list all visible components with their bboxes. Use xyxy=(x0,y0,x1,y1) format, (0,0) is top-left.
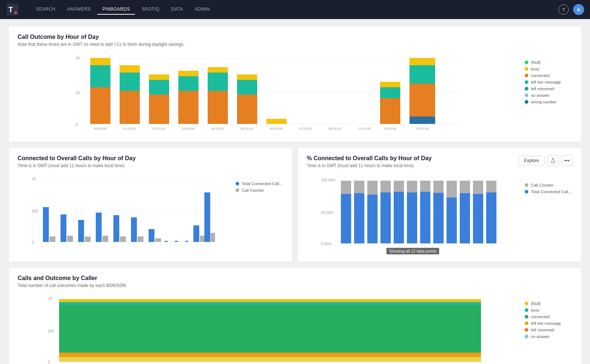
c3-blue-4 xyxy=(394,192,404,243)
c2-bar-blue-11 xyxy=(204,192,210,242)
c4-legend-busy-dot xyxy=(525,308,528,312)
nav-spotiq[interactable]: SPOTIQ xyxy=(136,4,164,15)
c2-bar-blue-5 xyxy=(131,217,137,242)
chart2-area: 1K 500 0 xyxy=(18,174,283,249)
c4-legend-noanswer-dot xyxy=(525,335,528,338)
help-button[interactable]: ? xyxy=(558,4,569,15)
nav-pinboards[interactable]: PINBOARDS xyxy=(97,4,135,15)
c3-gray-7 xyxy=(433,181,444,193)
chart4-subtitle: Total number of call outcomes made by ea… xyxy=(18,283,572,288)
share-button[interactable] xyxy=(547,155,558,166)
bar-leftlive-10 xyxy=(380,87,400,98)
chart3-area: 100.00% 50.00% 0.00% xyxy=(307,176,572,254)
c4-legend-connected-label: connected xyxy=(531,315,550,319)
c2-bar-blue-4 xyxy=(113,215,119,242)
c4-legend-null: {Null} xyxy=(525,301,572,306)
legend-leftlive-dot xyxy=(525,80,528,84)
chart3-y-mid: 50.00% xyxy=(321,211,334,215)
c3-blue-9 xyxy=(460,193,470,243)
chart1-xlabel-3: 03:00:00 xyxy=(182,127,194,130)
more-options-button[interactable]: ••• xyxy=(561,155,572,166)
legend-busy: busy xyxy=(525,67,572,71)
chart1-xlabel-2: 02:00:00 xyxy=(152,127,165,130)
c3-blue-5 xyxy=(407,192,417,243)
c4-legend-leftlive-label: left live message xyxy=(531,321,561,326)
nav-search[interactable]: SEARCH xyxy=(31,4,61,15)
legend-wrongnumber-dot xyxy=(525,100,528,104)
bar-busy-6 xyxy=(266,119,287,124)
chart2-y-min: 0 xyxy=(32,240,34,244)
nav-admin[interactable]: ADMIN xyxy=(190,4,215,15)
c3-gray-9 xyxy=(460,181,470,193)
bar-leftlive-5 xyxy=(237,80,257,95)
c3-blue-1 xyxy=(354,193,364,243)
chart2-card: Connected to Overall Calls by Hour of Da… xyxy=(9,148,292,262)
c4-legend-busy: busy xyxy=(525,308,572,312)
bar-connected-0 xyxy=(90,87,110,124)
c4-legend-busy-label: busy xyxy=(531,308,539,312)
chart1-xlabel-1: 01:00:00 xyxy=(123,127,136,130)
chart3-svg: 100.00% 50.00% 0.00% xyxy=(307,176,519,249)
chart2-y-mid: 500 xyxy=(32,209,38,213)
legend-busy-label: busy xyxy=(531,67,539,71)
nav-data[interactable]: DATA xyxy=(166,4,188,15)
bar-connected-2 xyxy=(149,95,169,124)
c4-legend-leftlive-dot xyxy=(525,321,528,325)
chart1-svg: 2K 1K 0 00:00:00 xyxy=(18,53,519,133)
bar-busy-11 xyxy=(409,58,435,65)
c4-legend-leftvoicemail-dot xyxy=(525,328,528,332)
c2-legend-blue-dot xyxy=(236,182,239,185)
chart-row-2-3: Connected to Overall Calls by Hour of Da… xyxy=(9,148,581,262)
c3-gray-4 xyxy=(394,181,404,192)
svg-text:T: T xyxy=(8,5,13,14)
c3-blue-11 xyxy=(486,192,496,243)
chart1-xlabel-10: 22:00:00 xyxy=(383,127,396,130)
c2-bar-blue-6 xyxy=(149,229,154,242)
legend-wrongnumber-label: wrong number xyxy=(531,100,557,104)
c3-blue-0 xyxy=(341,194,351,243)
explore-button[interactable]: Explore xyxy=(518,156,545,165)
legend-null: {Null} xyxy=(525,60,572,65)
chart4-y-mid: 500 xyxy=(48,329,54,333)
chart4-title: Calls and Outcome by Caller xyxy=(18,275,572,282)
legend-noanswer-label: no answer xyxy=(531,93,550,98)
c3-gray-3 xyxy=(380,181,391,192)
c4-null-bar xyxy=(59,299,481,302)
more-icon: ••• xyxy=(564,158,570,163)
bar-connected-5 xyxy=(237,95,257,124)
c3-legend-gray: Call Counter xyxy=(525,183,572,187)
chart1-xlabel-11: 23:00:00 xyxy=(416,127,429,130)
chart1-area: 2K 1K 0 00:00:00 xyxy=(18,53,572,135)
chart2-svg-wrap: 1K 500 0 xyxy=(18,174,230,249)
legend-noanswer: no answer xyxy=(525,93,572,98)
c4-legend-leftlive: left live message xyxy=(525,321,572,326)
chart3-subtitle: Time is in GMT (must add 11 hours to mak… xyxy=(307,163,432,168)
chart3-titles: % Connected to Overall Calls by Hour of … xyxy=(307,155,432,174)
nav-answers[interactable]: ANSWERS xyxy=(62,4,96,15)
bar-connected-1 xyxy=(120,91,140,124)
nav-right: ? A xyxy=(558,4,584,15)
bar-busy-2 xyxy=(149,74,169,80)
legend-null-dot xyxy=(525,60,528,64)
user-avatar[interactable]: A xyxy=(573,4,584,15)
app-logo[interactable]: T xyxy=(6,3,19,16)
bar-leftlive-4 xyxy=(208,73,228,91)
chart4-svg-wrap: 1K 500 0 xyxy=(18,294,519,364)
nav-items: SEARCH ANSWERS PINBOARDS SPOTIQ DATA ADM… xyxy=(31,4,550,15)
c3-blue-7 xyxy=(433,193,444,243)
bar-leftlive-3 xyxy=(178,76,199,91)
chart4-y-max: 1K xyxy=(48,297,53,301)
c3-legend-gray-label: Call Counter xyxy=(531,183,553,187)
c3-blue-2 xyxy=(367,195,378,243)
chart2-legend: Total Connected Call... Call Counter xyxy=(236,174,283,249)
c3-gray-5 xyxy=(407,181,417,192)
chart1-y-mid: 1K xyxy=(76,91,80,95)
c2-bar-gray-4 xyxy=(120,236,126,242)
c4-legend-connected: connected xyxy=(525,315,572,319)
c3-blue-8 xyxy=(447,198,457,243)
c2-legend-blue-label: Total Connected Call... xyxy=(242,181,283,186)
chart1-xlabel-4: 04:00:00 xyxy=(211,127,224,130)
bar-leftlive-0 xyxy=(90,65,110,87)
legend-leftvoicemail-label: left voicemail xyxy=(531,87,554,91)
c2-bar-blue-8 xyxy=(175,241,178,242)
